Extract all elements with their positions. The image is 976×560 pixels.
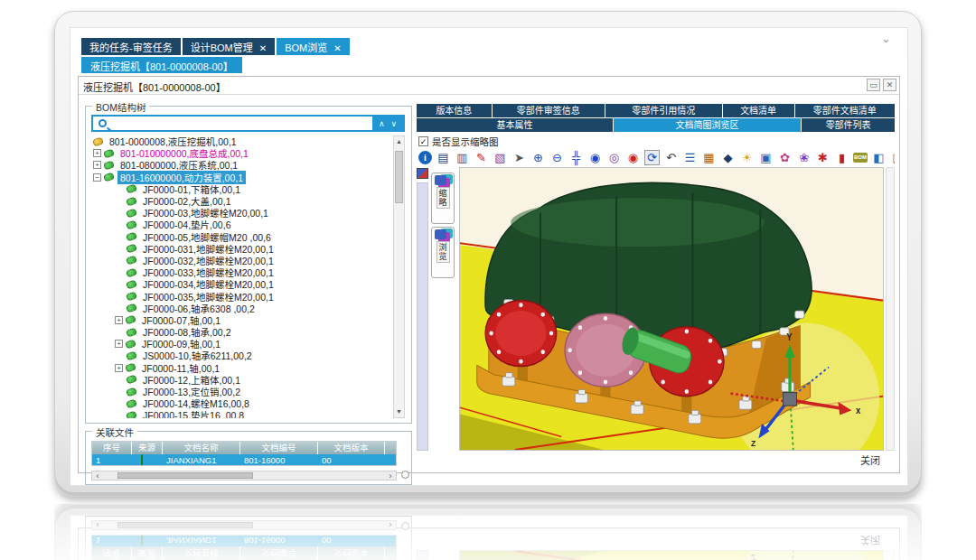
tree-item[interactable]: +801-010000000,底盘总成,00,1 <box>91 147 393 159</box>
hscroll-thumb[interactable] <box>117 472 253 479</box>
main-tab[interactable]: 我的任务-审签任务 <box>81 38 181 55</box>
table-options-knob[interactable] <box>401 471 409 479</box>
main-tab[interactable]: BOM浏览✕ <box>277 38 349 55</box>
tree-item[interactable]: +JF0000-09,轴,00,1 <box>91 338 393 350</box>
info-tab[interactable]: 版本信息 <box>417 104 492 117</box>
tree-item[interactable]: JF0000-03,地脚螺栓M20,00,1 <box>91 207 393 219</box>
zoom-window-icon[interactable]: ◉ <box>587 150 603 165</box>
tree-item[interactable]: JF0000-13,定位销,00,2 <box>91 386 393 397</box>
explode-icon[interactable]: ✱ <box>815 150 831 165</box>
tree-vertical-scrollbar[interactable]: ▲ ▼ <box>393 135 405 418</box>
tree-item[interactable]: −801-16000000,动力装置,00,1 <box>91 172 393 183</box>
table-header-cell[interactable]: 文档名称 <box>163 442 240 454</box>
table-row[interactable]: 1JIANXIANG1801-1600000 <box>92 454 396 466</box>
thumbnail-checkbox[interactable]: ✓ <box>418 136 428 146</box>
scroll-right-icon[interactable]: › <box>385 471 396 480</box>
info-tab[interactable]: 零部件审签信息 <box>493 104 605 117</box>
tree-expander-icon[interactable]: + <box>115 364 123 372</box>
scroll-left-icon[interactable]: ‹ <box>92 471 103 480</box>
info-tab[interactable]: 基本属性 <box>417 118 613 132</box>
table-header-cell[interactable]: 文档格式 <box>385 442 397 454</box>
search-down-icon[interactable]: ∨ <box>390 119 397 128</box>
tree-search-input[interactable] <box>111 117 372 129</box>
info-tab[interactable]: 文档清单 <box>723 104 794 117</box>
tree-item[interactable]: JF0000-033,地脚螺栓M20,00,1 <box>91 266 393 278</box>
zoom-in-icon[interactable]: ⊕ <box>530 150 546 165</box>
cad-cube-icon[interactable] <box>417 168 428 179</box>
print-icon[interactable]: ▥ <box>455 150 470 165</box>
tab-close-icon[interactable]: ✕ <box>333 43 341 53</box>
info-tab[interactable]: 零部件列表 <box>802 118 895 132</box>
info-tab[interactable]: 零部件文档清单 <box>795 104 895 117</box>
scroll-up-icon[interactable]: ▲ <box>394 136 404 147</box>
info-icon[interactable]: i <box>418 151 432 164</box>
tree-item[interactable]: +JF0000-11,轴,00,1 <box>91 362 393 374</box>
grid-table-icon[interactable]: ▦ <box>701 150 717 165</box>
animation-icon[interactable]: ◆ <box>720 150 736 165</box>
render-style-icon[interactable]: ✿ <box>777 150 793 165</box>
minimize-icon[interactable]: ▭ <box>867 79 880 91</box>
zoom-out-icon[interactable]: ⊖ <box>549 150 565 165</box>
tree-expander-icon[interactable]: + <box>93 149 101 157</box>
table-header-cell[interactable]: 来源 <box>132 442 163 454</box>
viewer-side-tab[interactable]: 缩略 <box>431 173 455 224</box>
related-files-hscrollbar[interactable]: ‹ › <box>91 471 397 481</box>
bom-icon[interactable]: BOM <box>853 153 868 163</box>
color-scheme-icon[interactable]: ❀ <box>796 150 812 165</box>
pan-icon[interactable]: ╬ <box>568 150 584 165</box>
tree-item[interactable]: JF0000-035,地脚螺栓M20,00,1 <box>91 290 393 302</box>
3d-model-canvas[interactable]: Y x Z <box>460 168 883 450</box>
tree-item[interactable]: JF0000-14,螺栓M16,00,8 <box>91 397 393 409</box>
tree-item[interactable]: JF0000-15,垫片16 ,00,8 <box>91 409 393 418</box>
viewer-side-tab[interactable]: 浏览 <box>431 227 455 278</box>
search-up-icon[interactable]: ∧ <box>379 119 385 128</box>
tree-item[interactable]: JF0000-034,地脚螺栓M20,00,1 <box>91 278 393 290</box>
tree-item[interactable]: +JF0000-07,轴,00,1 <box>91 314 393 326</box>
more-tools-icon[interactable]: ◪ <box>890 150 895 165</box>
tree-expander-icon[interactable]: + <box>115 316 123 324</box>
info-tab[interactable]: 零部件引用情况 <box>605 104 722 117</box>
tree-item[interactable]: JF0000-05,地脚螺帽M20 ,00,6 <box>91 231 393 243</box>
properties-icon[interactable]: ▣ <box>758 150 774 165</box>
tab-close-icon[interactable]: ✕ <box>259 43 267 53</box>
light-icon[interactable]: ☀ <box>739 150 755 165</box>
tree-item[interactable]: JF0000-01,下箱体,00,1 <box>91 183 393 195</box>
snapshot-icon[interactable]: ▧ <box>493 150 508 165</box>
scroll-thumb[interactable] <box>395 151 403 203</box>
tree-expander-icon[interactable]: + <box>115 340 123 348</box>
section-icon[interactable]: ☰ <box>682 150 698 165</box>
tree-expander-icon[interactable]: − <box>93 173 101 182</box>
collapsed-panel-strip[interactable] <box>417 182 428 451</box>
tree-item[interactable]: JF0000-04,垫片,00,6 <box>91 219 393 230</box>
tree-item[interactable]: JF0000-12,上箱体,00,1 <box>91 374 393 386</box>
rotate-center-icon[interactable]: ◉ <box>625 150 641 165</box>
tree-item[interactable]: JS0000-10,轴承6211,00,2 <box>91 350 393 361</box>
undo-view-icon[interactable]: ↶ <box>663 150 679 165</box>
zoom-free-icon[interactable]: ◎ <box>606 150 622 165</box>
table-header-cell[interactable]: 序号 <box>92 442 132 454</box>
document-tab[interactable]: 液压挖掘机【801-0000008-00】 <box>81 57 242 73</box>
search-prev-next-buttons[interactable]: ∧ ∨ <box>372 117 403 130</box>
tree-item[interactable]: JF0000-06,轴承6308 ,00,2 <box>91 303 393 314</box>
table-header-cell[interactable]: 文档编号 <box>240 442 318 454</box>
rotate-view-icon[interactable]: ⟳ <box>644 150 660 165</box>
tree-expander-icon[interactable]: + <box>93 161 101 169</box>
tree-item[interactable]: +801-0800000,液压系统,00,1 <box>91 159 393 171</box>
tree-item[interactable]: JF0000-032,地脚螺栓M20,00,1 <box>91 255 393 266</box>
scroll-down-icon[interactable]: ▼ <box>394 406 404 417</box>
table-header-cell[interactable]: 文档版本 <box>318 442 385 454</box>
tree-item[interactable]: 801-0000008,液压挖掘机,00,1 <box>91 135 393 147</box>
tree-item[interactable]: JF0000-08,轴承,00,2 <box>91 326 393 338</box>
annotate-pen-icon[interactable]: ✎ <box>474 150 489 165</box>
tree-item[interactable]: JF0000-02,大盖,00,1 <box>91 195 393 207</box>
tree-item[interactable]: JF0000-031,地脚螺栓M20,00,1 <box>91 243 393 255</box>
info-tab[interactable]: 文档简图浏览区 <box>614 118 801 132</box>
red-book-icon[interactable]: ▮ <box>834 150 849 165</box>
close-icon[interactable]: ✕ <box>883 79 896 91</box>
view-document-icon[interactable]: ▤ <box>436 150 451 165</box>
collapse-chevron-icon[interactable]: ⌄ <box>881 32 891 45</box>
monitor-icon[interactable]: ◧ <box>871 150 887 165</box>
viewer-vertical-scrollbar[interactable] <box>886 167 895 451</box>
select-cursor-icon[interactable]: ➤ <box>511 150 527 165</box>
main-tab[interactable]: 设计BOM管理✕ <box>183 38 275 55</box>
